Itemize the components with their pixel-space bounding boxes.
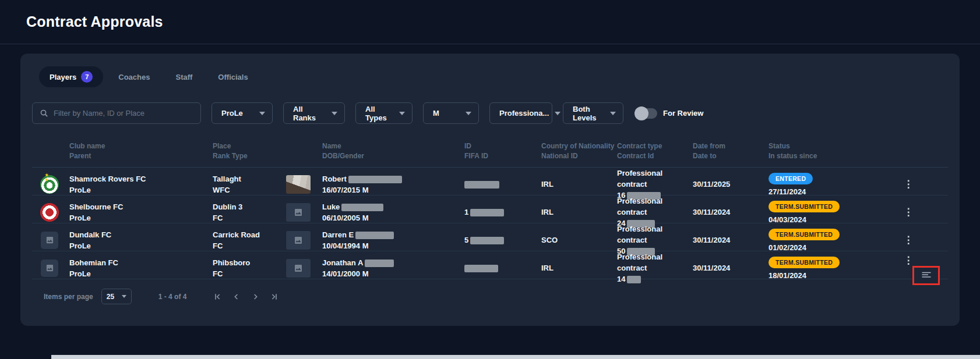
status-badge: TERM.SUBMITTED (769, 229, 840, 240)
search-icon (40, 109, 48, 118)
ranks-dropdown[interactable]: All Ranks (283, 102, 345, 124)
league-dropdown[interactable]: ProLe (211, 102, 273, 124)
club-name: Shelbourne FC (69, 201, 213, 212)
chevron-down-icon (399, 112, 405, 115)
country: IRL (541, 180, 617, 189)
in-status-since: 27/11/2024 (769, 187, 869, 196)
items-per-page-label: Items per page (44, 293, 93, 301)
contract-type-dropdown-value: Professiona... (499, 109, 549, 118)
last-page-icon[interactable] (269, 292, 279, 301)
fifa-id: 1 (464, 208, 468, 216)
first-page-icon[interactable] (213, 292, 223, 301)
redaction-box (627, 276, 641, 283)
player-name: Robert (322, 175, 347, 183)
redaction-box (470, 237, 504, 244)
table-row[interactable]: Shamrock Rovers FCProLe TallaghtWFC Robe… (32, 168, 948, 196)
row-menu-icon[interactable]: ⋮ (904, 179, 914, 189)
league-dropdown-value: ProLe (221, 109, 243, 118)
country: SCO (541, 236, 617, 244)
filter-bar: ProLe All Ranks All Types M Professiona.… (32, 102, 948, 124)
tab-players[interactable]: Players 7 (39, 66, 103, 87)
tab-officials-label: Officials (218, 73, 248, 81)
redaction-box (348, 176, 402, 183)
top-bar: Contract Approvals (0, 0, 980, 44)
parent-league: ProLe (69, 184, 213, 196)
table-row[interactable]: Shelbourne FCProLe Dublin 3FC Luke06/10/… (32, 196, 948, 223)
place: Carrick Road (213, 229, 286, 240)
photo-placeholder-icon (286, 203, 311, 222)
fifa-id: 5 (464, 236, 468, 244)
chevron-down-icon (332, 112, 337, 115)
gender-dropdown-value: M (433, 109, 439, 118)
next-page-icon[interactable] (251, 292, 260, 301)
tab-coaches[interactable]: Coaches (108, 68, 160, 86)
club-name: Shamrock Rovers FC (69, 173, 213, 184)
player-photo (286, 175, 311, 194)
date-from: 30/11/2024 (693, 208, 769, 216)
search-box[interactable] (32, 102, 201, 124)
rank-type: FC (213, 268, 286, 279)
redaction-box (341, 204, 383, 211)
for-review-toggle-wrap: For Review (635, 108, 703, 119)
pagination-range: 1 - 4 of 4 (158, 293, 187, 301)
for-review-toggle[interactable] (635, 108, 657, 119)
contract-type: Professional contract (617, 223, 693, 246)
tab-officials[interactable]: Officials (207, 68, 258, 86)
tab-staff-label: Staff (175, 73, 192, 81)
contracts-card: Players 7 Coaches Staff Officials ProLe … (20, 54, 960, 326)
row-menu-icon[interactable]: ⋮ (904, 255, 914, 265)
prev-page-icon[interactable] (232, 292, 241, 301)
tab-staff[interactable]: Staff (165, 68, 203, 86)
shelbourne-crest (40, 203, 59, 222)
parent-league: ProLe (69, 268, 213, 279)
levels-dropdown[interactable]: Both Levels (563, 102, 623, 124)
rank-type: FC (213, 240, 286, 251)
search-input[interactable] (54, 109, 193, 118)
redaction-box (464, 181, 499, 189)
items-per-page-select[interactable]: 25 (101, 289, 132, 304)
gender-dropdown[interactable]: M (423, 102, 479, 124)
club-name: Dundalk FC (69, 229, 213, 240)
col-club: Club nameParent (69, 141, 213, 161)
in-status-since: 18/01/2024 (769, 271, 869, 280)
club-placeholder-icon (41, 232, 58, 249)
notes-icon[interactable] (921, 271, 932, 279)
table-row[interactable]: Dundalk FCProLe Carrick RoadFC Darren E1… (32, 223, 948, 251)
levels-dropdown-value: Both Levels (573, 105, 604, 122)
page-title: Contract Approvals (26, 13, 163, 30)
contract-id: 14 (617, 275, 625, 283)
tab-players-label: Players (50, 73, 76, 81)
col-dates: Date fromDate to (693, 141, 769, 161)
parent-league: ProLe (69, 212, 213, 223)
col-place: PlaceRank Type (213, 141, 286, 161)
col-id: IDFIFA ID (464, 141, 541, 161)
player-name: Luke (322, 202, 340, 211)
table-row[interactable]: Bohemian FCProLe PhibsboroFC Jonathan A1… (32, 251, 948, 279)
parent-league: ProLe (69, 240, 213, 251)
in-status-since: 04/03/2024 (769, 215, 869, 224)
country: IRL (541, 264, 617, 272)
redaction-box (470, 209, 504, 216)
tab-bar: Players 7 Coaches Staff Officials (39, 66, 948, 87)
row-menu-icon[interactable]: ⋮ (904, 207, 914, 217)
rank-type: WFC (213, 184, 286, 196)
items-per-page-value: 25 (107, 293, 114, 301)
annotation-highlight-box[interactable] (912, 266, 940, 285)
row-menu-icon[interactable]: ⋮ (904, 235, 914, 245)
chevron-down-icon (555, 112, 560, 115)
chevron-down-icon (610, 112, 616, 115)
in-status-since: 01/02/2024 (769, 243, 869, 252)
contract-type: Professional contract (617, 168, 693, 190)
col-country: Country of NationalityNational ID (541, 141, 617, 161)
redaction-box (355, 232, 394, 239)
contract-type-dropdown[interactable]: Professiona... (489, 102, 552, 124)
dob-gender: 10/04/1994 M (322, 240, 464, 251)
types-dropdown[interactable]: All Types (355, 102, 413, 124)
ranks-dropdown-value: All Ranks (293, 105, 326, 122)
player-name: Darren E (322, 230, 354, 239)
chevron-down-icon (466, 112, 471, 115)
dob-gender: 06/10/2005 M (322, 212, 464, 223)
for-review-label: For Review (663, 109, 703, 118)
status-badge: ENTERED (769, 173, 813, 184)
club-name: Bohemian FC (69, 257, 213, 268)
